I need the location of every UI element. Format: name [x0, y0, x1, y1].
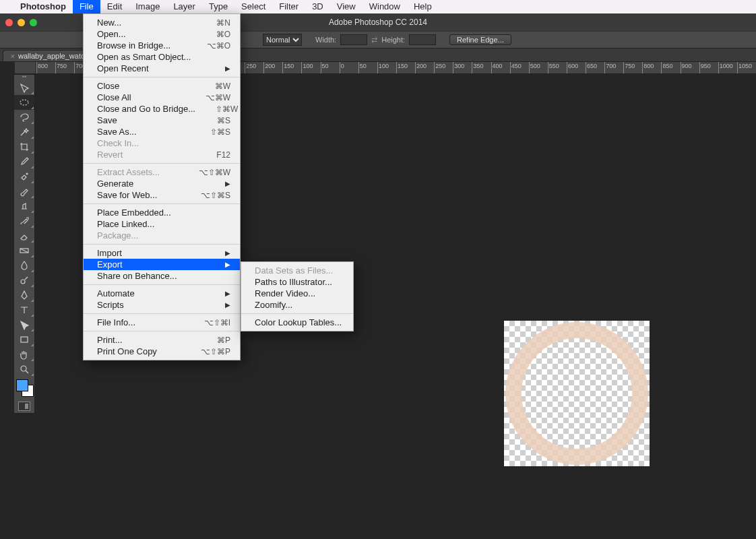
dodge-tool[interactable] — [14, 273, 34, 288]
foreground-color-swatch[interactable] — [16, 379, 28, 391]
brush-tool[interactable] — [14, 184, 34, 199]
file-menu-item-save-for-web[interactable]: Save for Web...⌥⇧⌘S — [84, 189, 240, 201]
svg-point-0 — [20, 100, 28, 105]
refine-edge-button[interactable]: Refine Edge... — [449, 34, 511, 45]
file-menu-item-scripts[interactable]: Scripts▶ — [84, 299, 240, 311]
crop-tool[interactable] — [14, 139, 34, 154]
file-menu-item-open-recent[interactable]: Open Recent▶ — [84, 63, 240, 74]
file-menu-item-new[interactable]: New...⌘N — [84, 17, 240, 28]
history-brush-tool[interactable] — [14, 214, 34, 228]
ring-shape — [504, 321, 650, 466]
file-menu-item-check-in: Check In... — [84, 137, 240, 149]
file-menu-item-extract-assets: Extract Assets...⌥⇧⌘W — [84, 166, 240, 178]
menu-3d[interactable]: 3D — [305, 0, 330, 13]
file-menu-item-share-on-behance[interactable]: Share on Behance... — [84, 270, 240, 282]
file-menu-item-close-and-go-to-bridge[interactable]: Close and Go to Bridge...⇧⌘W — [84, 103, 240, 115]
height-input[interactable] — [409, 34, 436, 45]
rectangle-tool[interactable] — [14, 332, 34, 347]
eraser-tool[interactable] — [14, 228, 34, 243]
height-label: Height: — [381, 36, 405, 44]
menu-edit[interactable]: Edit — [100, 0, 129, 13]
file-menu-item-package: Package... — [84, 230, 240, 241]
zoom-tool[interactable] — [14, 362, 34, 377]
ruler-origin[interactable] — [15, 62, 36, 74]
file-menu-item-revert: RevertF12 — [84, 149, 240, 160]
width-input[interactable] — [340, 34, 367, 45]
menu-select[interactable]: Select — [234, 0, 272, 13]
window-zoom-button[interactable] — [30, 19, 37, 26]
svg-point-6 — [513, 330, 640, 457]
file-menu-item-save-as[interactable]: Save As...⇧⌘S — [84, 126, 240, 137]
file-menu-item-place-embedded[interactable]: Place Embedded... — [84, 207, 240, 218]
export-menu-item-paths-to-illustrator[interactable]: Paths to Illustrator... — [241, 276, 353, 288]
pen-tool[interactable] — [14, 288, 34, 303]
quick-mask-toggle[interactable] — [14, 400, 34, 413]
marquee-tool[interactable] — [14, 95, 34, 110]
move-tool[interactable] — [14, 80, 34, 95]
window-minimize-button[interactable] — [18, 19, 25, 26]
menu-file[interactable]: File — [73, 0, 100, 13]
document-canvas[interactable] — [504, 321, 650, 466]
file-menu-item-open-as-smart-object[interactable]: Open as Smart Object... — [84, 51, 240, 63]
svg-point-5 — [21, 366, 26, 371]
menu-image[interactable]: Image — [129, 0, 166, 13]
file-menu-item-print-one-copy[interactable]: Print One Copy⌥⇧⌘P — [84, 346, 240, 357]
type-tool[interactable] — [14, 303, 34, 317]
svg-point-1 — [26, 173, 28, 175]
path-selection-tool[interactable] — [14, 317, 34, 332]
blur-tool[interactable] — [14, 258, 34, 273]
file-menu-item-open[interactable]: Open...⌘O — [84, 28, 240, 40]
file-menu-item-automate[interactable]: Automate▶ — [84, 288, 240, 299]
file-menu-item-import[interactable]: Import▶ — [84, 247, 240, 259]
file-menu-item-file-info[interactable]: File Info...⌥⇧⌘I — [84, 317, 240, 328]
file-menu-item-print[interactable]: Print...⌘P — [84, 334, 240, 346]
hand-tool[interactable] — [14, 347, 34, 362]
mac-menubar: Photoshop FileEditImageLayerTypeSelectFi… — [0, 0, 756, 13]
file-menu-item-close-all[interactable]: Close All⌥⌘W — [84, 92, 240, 103]
color-swatches[interactable] — [14, 377, 34, 400]
file-menu-item-close[interactable]: Close⌘W — [84, 80, 240, 92]
clone-stamp-tool[interactable] — [14, 199, 34, 214]
export-menu-item-data-sets-as-files: Data Sets as Files... — [241, 265, 353, 276]
svg-rect-4 — [21, 337, 28, 342]
file-menu-item-export[interactable]: Export▶ — [84, 259, 240, 270]
menu-window[interactable]: Window — [363, 0, 407, 13]
blend-mode-select[interactable]: Normal — [263, 34, 302, 46]
file-menu-item-generate[interactable]: Generate▶ — [84, 178, 240, 189]
file-menu-item-save[interactable]: Save⌘S — [84, 115, 240, 126]
export-menu-item-render-video[interactable]: Render Video... — [241, 288, 353, 299]
eyedropper-tool[interactable] — [14, 154, 34, 169]
file-menu-dropdown[interactable]: New...⌘NOpen...⌘OBrowse in Bridge...⌥⌘OO… — [83, 13, 241, 360]
menu-layer[interactable]: Layer — [166, 0, 202, 13]
menu-view[interactable]: View — [330, 0, 363, 13]
menu-type[interactable]: Type — [202, 0, 234, 13]
tools-panel[interactable]: •• — [13, 74, 35, 414]
file-menu-item-browse-in-bridge[interactable]: Browse in Bridge...⌥⌘O — [84, 40, 240, 51]
svg-point-3 — [21, 280, 25, 284]
document-tab[interactable]: ✕wallaby_apple_watch — [3, 50, 96, 61]
menu-filter[interactable]: Filter — [272, 0, 305, 13]
gradient-tool[interactable] — [14, 243, 34, 258]
lasso-tool[interactable] — [14, 110, 34, 125]
menu-help[interactable]: Help — [407, 0, 439, 13]
export-menu-item-zoomify[interactable]: Zoomify... — [241, 299, 353, 311]
tools-panel-handle[interactable]: •• — [14, 75, 34, 80]
app-menu[interactable]: Photoshop — [13, 0, 73, 13]
window-close-button[interactable] — [5, 19, 13, 26]
export-menu-item-color-lookup-tables[interactable]: Color Lookup Tables... — [241, 317, 353, 328]
magic-wand-tool[interactable] — [14, 125, 34, 139]
healing-brush-tool[interactable] — [14, 169, 34, 184]
file-menu-item-place-linked[interactable]: Place Linked... — [84, 218, 240, 230]
width-label: Width: — [315, 36, 336, 44]
export-submenu[interactable]: Data Sets as Files...Paths to Illustrato… — [241, 261, 354, 331]
